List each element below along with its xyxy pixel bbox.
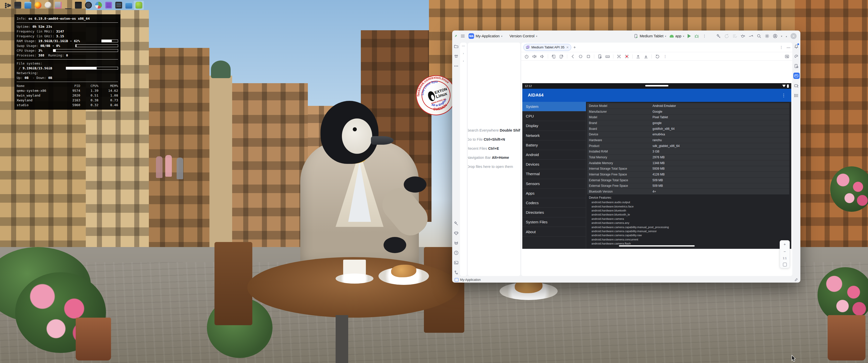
tool-project[interactable] bbox=[453, 43, 459, 50]
upload-button[interactable] bbox=[635, 54, 642, 60]
display[interactable]: Display bbox=[522, 121, 586, 131]
cpu[interactable]: CPU bbox=[522, 111, 586, 121]
virtual-keyboard-button[interactable] bbox=[604, 54, 611, 60]
debug-button[interactable] bbox=[693, 33, 701, 39]
plasma-app[interactable] bbox=[83, 1, 93, 10]
tool-app-quality-insights[interactable] bbox=[453, 230, 459, 236]
file-manager[interactable] bbox=[124, 1, 134, 10]
attach-debugger-button[interactable] bbox=[739, 33, 747, 39]
device-selector[interactable]: Medium Tablet ▾ bbox=[632, 33, 668, 39]
tool-notifications[interactable] bbox=[793, 43, 800, 50]
app-menu-button[interactable]: ⋮ bbox=[781, 93, 786, 98]
gesture-nav-handle[interactable] bbox=[619, 245, 695, 246]
zoom-in-button[interactable]: + bbox=[784, 242, 786, 246]
tool-more[interactable] bbox=[453, 63, 459, 69]
build-button[interactable] bbox=[715, 33, 723, 39]
settings-button[interactable] bbox=[763, 33, 771, 39]
search-everywhere-button[interactable] bbox=[755, 33, 763, 39]
tool-commit[interactable] bbox=[453, 53, 459, 59]
tool-structure[interactable] bbox=[793, 92, 800, 99]
system-settings[interactable] bbox=[114, 1, 124, 10]
add-device-button[interactable]: + bbox=[573, 45, 576, 50]
window-minimize-button[interactable]: ▾ bbox=[779, 34, 784, 39]
tool-problems[interactable] bbox=[453, 250, 459, 256]
downloads[interactable] bbox=[63, 1, 73, 10]
emulator-more-button[interactable]: ⋮ bbox=[662, 54, 669, 60]
expand-chevron[interactable]: › bbox=[463, 59, 464, 63]
firefox[interactable] bbox=[33, 1, 43, 10]
package-installer[interactable] bbox=[53, 1, 63, 10]
gimp[interactable] bbox=[43, 1, 53, 10]
sync-button-disabled[interactable] bbox=[723, 33, 731, 39]
window-maximize-button[interactable]: ▴ bbox=[784, 34, 789, 39]
screen-record-button[interactable] bbox=[623, 54, 630, 60]
run-configuration[interactable]: app ▾ bbox=[668, 33, 686, 39]
expand-chevron[interactable]: › bbox=[463, 52, 464, 55]
devices[interactable]: Devices bbox=[522, 160, 586, 169]
overview-button[interactable] bbox=[585, 54, 592, 60]
apps[interactable]: Apps bbox=[522, 189, 586, 198]
tool-running-devices[interactable] bbox=[793, 73, 800, 79]
emulator-screen[interactable]: 12:12 AIDA64 ⋮ bbox=[522, 83, 791, 249]
tool-version-control[interactable] bbox=[453, 269, 459, 275]
android-studio[interactable] bbox=[134, 1, 144, 10]
android[interactable]: Android bbox=[522, 150, 586, 160]
display-settings[interactable] bbox=[12, 1, 23, 10]
app-launcher[interactable] bbox=[2, 1, 12, 10]
home-button[interactable] bbox=[577, 54, 584, 60]
pedestrian bbox=[177, 158, 183, 179]
device-tab[interactable]: Medium Tablet API 35 ✕ bbox=[523, 44, 571, 51]
download-button[interactable] bbox=[643, 54, 649, 60]
collapsed-project-panel[interactable]: — › › bbox=[460, 43, 467, 276]
system[interactable]: System bbox=[522, 102, 586, 111]
power-button[interactable] bbox=[523, 54, 530, 60]
panel-options-button[interactable]: ⋮ bbox=[779, 45, 783, 50]
disk-utility[interactable] bbox=[93, 1, 103, 10]
zoom-reset-button[interactable]: 1:1 bbox=[783, 257, 786, 260]
snapshots-button[interactable] bbox=[654, 54, 660, 60]
toolbox[interactable] bbox=[73, 1, 83, 10]
codecs[interactable]: Codecs bbox=[522, 198, 586, 208]
vcs-widget[interactable]: Version Control ▾ bbox=[508, 33, 539, 39]
sensors[interactable]: Sensors bbox=[522, 179, 586, 189]
hide-panel-button[interactable]: — bbox=[787, 45, 790, 50]
device-settings-button[interactable] bbox=[596, 54, 603, 60]
rotate-right-button[interactable] bbox=[558, 54, 565, 60]
vcs-label: Version Control bbox=[509, 34, 534, 38]
fit-to-window-button[interactable] bbox=[783, 263, 787, 266]
project-widget[interactable]: MA My-Application ▾ bbox=[467, 32, 504, 40]
find-on-screen-button[interactable] bbox=[784, 54, 790, 60]
window-close-button[interactable]: ✕ bbox=[789, 32, 798, 40]
tool-device-manager[interactable] bbox=[793, 63, 800, 69]
back-button[interactable] bbox=[569, 54, 576, 60]
more-run-options-button[interactable]: ⋮ bbox=[701, 33, 708, 39]
launcher-icon bbox=[125, 2, 132, 8]
system-files[interactable]: System Files bbox=[522, 217, 586, 227]
main-menu-button[interactable] bbox=[459, 33, 467, 39]
tool-layout-inspector[interactable] bbox=[793, 82, 800, 89]
zoom-out-button[interactable]: − bbox=[784, 249, 786, 254]
tool-gradle[interactable] bbox=[793, 53, 800, 59]
purple-terminal[interactable] bbox=[103, 1, 114, 10]
volume-up-button[interactable] bbox=[531, 54, 538, 60]
conky-proc-header: Name PID CPU% MEM% bbox=[17, 84, 118, 88]
run-button[interactable] bbox=[686, 33, 693, 39]
tool-build[interactable] bbox=[453, 220, 459, 226]
volume-down-button[interactable] bbox=[539, 54, 546, 60]
tool-logcat[interactable] bbox=[453, 240, 459, 246]
device-feature: android.hardware.camera.capability.raw bbox=[587, 233, 789, 237]
directories[interactable]: Directories bbox=[522, 208, 586, 217]
about[interactable]: About bbox=[522, 227, 586, 236]
screenshot-button[interactable] bbox=[616, 54, 622, 60]
tool-terminal[interactable] bbox=[453, 259, 459, 266]
collapse-handle[interactable]: — bbox=[462, 44, 465, 47]
battery[interactable]: Battery bbox=[522, 140, 586, 150]
profile-button-disabled[interactable] bbox=[731, 33, 739, 39]
dolphin-file-manager[interactable] bbox=[23, 1, 33, 10]
close-tab-icon[interactable]: ✕ bbox=[566, 45, 569, 49]
rotate-left-button[interactable] bbox=[550, 54, 557, 60]
network[interactable]: Network bbox=[522, 131, 586, 140]
account-button[interactable] bbox=[771, 33, 779, 39]
thermal[interactable]: Thermal bbox=[522, 169, 586, 179]
profiler-button[interactable] bbox=[747, 33, 755, 39]
